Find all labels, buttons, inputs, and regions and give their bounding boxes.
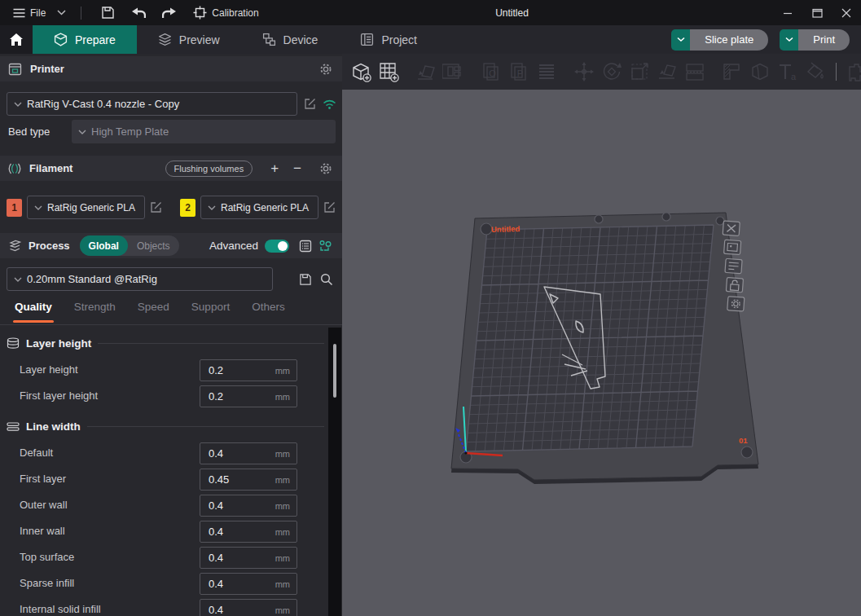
scope-global-option[interactable]: Global xyxy=(80,235,128,256)
plate-grid-surface xyxy=(466,225,714,451)
edit-filament-2-button[interactable] xyxy=(323,201,336,213)
close-button[interactable] xyxy=(832,0,861,25)
outer-wall-line-width-label: Outer wall xyxy=(20,499,68,511)
scope-objects-option[interactable]: Objects xyxy=(128,235,179,256)
arrange-button[interactable] xyxy=(440,58,468,86)
add-filament-button[interactable]: + xyxy=(267,161,282,175)
sparse-infill-line-width-label: Sparse infill xyxy=(20,577,74,589)
file-menu-button[interactable]: File xyxy=(8,4,51,22)
tab-prepare[interactable]: Prepare xyxy=(33,25,137,54)
chevron-down-icon xyxy=(78,130,86,134)
cut-icon xyxy=(749,60,771,83)
slice-plate-button[interactable]: Slice plate xyxy=(690,29,768,51)
plate-gear-button[interactable] xyxy=(727,297,745,311)
split-objects-button[interactable] xyxy=(533,58,560,86)
first-layer-height-input[interactable]: 0.2 mm xyxy=(200,385,297,407)
print-options-button[interactable] xyxy=(780,29,798,51)
undo-button[interactable] xyxy=(126,4,151,22)
cut-button[interactable] xyxy=(746,58,774,86)
printer-icon xyxy=(8,63,22,76)
split-plate-button[interactable] xyxy=(681,58,709,86)
lay-flat-button[interactable] xyxy=(653,58,681,86)
tab-speed[interactable]: Speed xyxy=(138,301,169,324)
edit-filament-1-button[interactable] xyxy=(150,201,162,213)
setting-row: Outer wall 0.4 mm xyxy=(0,495,342,517)
scale-button[interactable] xyxy=(626,58,653,86)
rotate-button[interactable] xyxy=(598,58,626,86)
remove-filament-button[interactable]: − xyxy=(290,161,305,175)
filament-2-select[interactable]: RatRig Generic PLA xyxy=(200,196,318,219)
save-button[interactable] xyxy=(96,2,120,23)
variable-layer-height-button[interactable] xyxy=(718,58,746,86)
paint-tool-icon xyxy=(804,60,827,83)
bed-type-select[interactable]: High Temp Plate xyxy=(72,120,336,143)
print-button[interactable]: Print xyxy=(798,29,850,51)
first-layer-line-width-input[interactable]: 0.45 mm xyxy=(200,469,297,491)
default-line-width-input[interactable]: 0.4 mm xyxy=(200,442,297,464)
add-plate-button[interactable] xyxy=(375,58,402,86)
plate-settings-button[interactable] xyxy=(725,258,742,273)
printer-connection-button[interactable] xyxy=(323,99,336,110)
filament-1-color-badge[interactable]: 1 xyxy=(7,199,22,217)
add-object-button[interactable] xyxy=(347,58,375,86)
filament-1-select[interactable]: RatRig Generic PLA xyxy=(27,196,145,219)
text-tool-icon: a xyxy=(776,60,799,83)
tab-project[interactable]: Project xyxy=(339,25,438,54)
save-preset-button[interactable] xyxy=(299,273,312,286)
copy-button[interactable]: O xyxy=(477,58,505,86)
home-button[interactable] xyxy=(0,25,33,54)
sidebar-scrollbar-track[interactable] xyxy=(328,328,341,616)
inner-wall-line-width-input[interactable]: 0.4 mm xyxy=(200,521,297,543)
file-menu-chevron-icon[interactable] xyxy=(57,10,66,15)
tab-strength[interactable]: Strength xyxy=(74,301,116,324)
tab-device[interactable]: Device xyxy=(241,25,340,54)
arrange-plate-button[interactable] xyxy=(724,240,741,254)
tab-quality[interactable]: Quality xyxy=(15,301,52,324)
tab-support[interactable]: Support xyxy=(191,301,230,324)
parameter-list-button[interactable] xyxy=(299,240,312,253)
settings-sidebar: Printer RatRig V-Cast 0.4 nozzle - Copy … xyxy=(0,54,342,616)
layer-height-input[interactable]: 0.2 mm xyxy=(200,359,297,381)
auto-orient-button[interactable] xyxy=(412,58,440,86)
filament-2-color-badge[interactable]: 2 xyxy=(180,199,195,217)
minimize-button[interactable] xyxy=(773,0,802,25)
top-surface-line-width-input[interactable]: 0.4 mm xyxy=(200,547,297,569)
filament-section-title: Filament xyxy=(29,162,72,174)
process-preset-select[interactable]: 0.20mm Standard @RatRig xyxy=(7,267,273,291)
search-preset-button[interactable] xyxy=(320,273,333,286)
split-plate-icon xyxy=(683,60,706,83)
internal-solid-infill-line-width-label: Internal solid infill xyxy=(20,603,101,615)
maximize-button[interactable] xyxy=(802,0,832,25)
first-layer-height-label: First layer height xyxy=(20,389,98,402)
printer-settings-button[interactable] xyxy=(319,63,332,76)
flushing-volumes-button[interactable]: Flushing volumes xyxy=(165,161,253,177)
advanced-toggle[interactable] xyxy=(265,240,289,253)
mode-tab-bar: Prepare Preview Device Project Slice pla… xyxy=(0,25,861,54)
3d-scene[interactable]: Untitled xyxy=(342,90,861,616)
objects-table-button[interactable] xyxy=(318,240,332,253)
paste-button[interactable]: P xyxy=(505,58,533,86)
sparse-infill-line-width-input[interactable]: 0.4 mm xyxy=(200,573,297,595)
home-icon xyxy=(9,33,24,46)
save-icon xyxy=(101,6,115,20)
printer-preset-select[interactable]: RatRig V-Cast 0.4 nozzle - Copy xyxy=(7,92,297,116)
tab-preview[interactable]: Preview xyxy=(137,25,241,54)
orcaslicer-window: { "titlebar": { "file": "File", "calibra… xyxy=(0,0,861,616)
slice-options-button[interactable] xyxy=(671,29,690,51)
save-icon xyxy=(299,273,312,286)
move-button[interactable] xyxy=(570,58,598,86)
outer-wall-line-width-input[interactable]: 0.4 mm xyxy=(200,495,297,517)
internal-solid-infill-line-width-input[interactable]: 0.4 mm xyxy=(200,599,297,616)
assembly-view-button[interactable] xyxy=(843,58,861,86)
sidebar-scrollbar-thumb[interactable] xyxy=(333,344,336,398)
filament-settings-button[interactable] xyxy=(319,162,332,175)
lock-plate-button[interactable] xyxy=(726,278,743,293)
delete-plate-button[interactable] xyxy=(723,221,740,235)
objects-table-icon xyxy=(318,240,332,253)
paint-tool-button[interactable] xyxy=(802,58,829,86)
printer-section-header: Printer xyxy=(0,56,342,81)
text-tool-button[interactable]: a xyxy=(774,58,802,86)
edit-printer-preset-button[interactable] xyxy=(304,98,316,110)
tab-others[interactable]: Others xyxy=(252,301,285,324)
add-plate-icon xyxy=(377,60,400,83)
